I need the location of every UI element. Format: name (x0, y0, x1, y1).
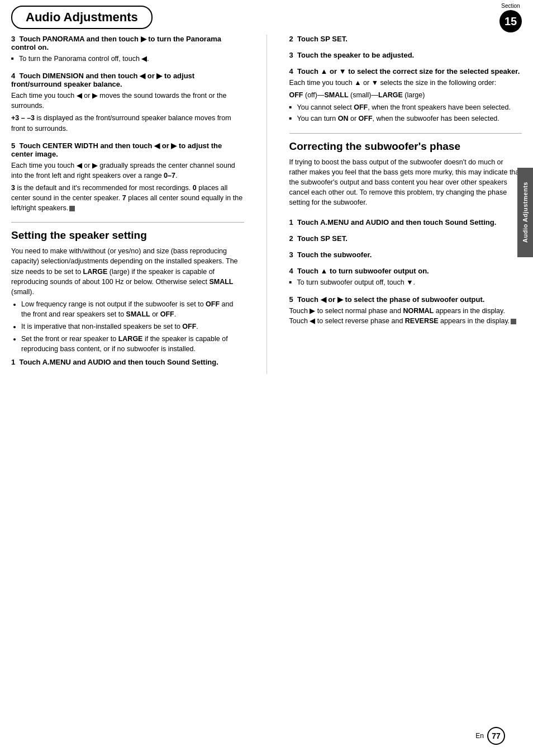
step-3-title: Touch PANORAMA and then touch ▶ to turn … (11, 35, 221, 51)
right-step-4-body-1: Each time you touch ▲ or ▼ selects the s… (289, 78, 522, 88)
step-4-title: Touch DIMENSION and then touch ◀ or ▶ to… (11, 72, 194, 88)
sub-step-5-heading: 5 Touch ◀ or ▶ to select the phase of su… (289, 295, 522, 304)
sub-step-5: 5 Touch ◀ or ▶ to select the phase of su… (289, 295, 522, 326)
right-step-3: 3 Touch the speaker to be adjusted. (289, 51, 522, 59)
step-3: 3 Touch PANORAMA and then touch ▶ to tur… (11, 35, 244, 64)
sub-step-5-body: Touch ▶ to select normal phase and NORMA… (289, 306, 522, 326)
sub-step-3-title: Touch the subwoofer. (297, 251, 372, 259)
speaker-step-1-title: Touch A.MENU and AUDIO and then touch So… (19, 358, 218, 366)
right-step-3-title: Touch the speaker to be adjusted. (297, 51, 414, 59)
subwoofer-section-title: Correcting the subwoofer's phase (289, 140, 522, 153)
sub-step-3-heading: 3 Touch the subwoofer. (289, 251, 522, 259)
sub-step-4-title: Touch ▲ to turn subwoofer output on. (297, 267, 429, 275)
main-content: 3 Touch PANORAMA and then touch ▶ to tur… (0, 35, 533, 374)
section-divider-1 (11, 222, 244, 223)
step-4-heading: 4 Touch DIMENSION and then touch ◀ or ▶ … (11, 72, 244, 88)
speaker-step-1: 1 Touch A.MENU and AUDIO and then touch … (11, 358, 244, 366)
speaker-bullet-1: Low frequency range is not output if the… (21, 299, 244, 319)
right-step-4-bullets: You cannot select OFF, when the front sp… (289, 102, 522, 124)
sub-step-2-title: Touch SP SET. (297, 234, 348, 243)
step-3-bullets: To turn the Panorama control off, touch … (11, 54, 244, 64)
left-column: 3 Touch PANORAMA and then touch ▶ to tur… (11, 35, 250, 374)
section-badge: Section 15 (499, 3, 522, 32)
step-3-number: 3 (11, 35, 15, 43)
step-3-heading: 3 Touch PANORAMA and then touch ▶ to tur… (11, 35, 244, 51)
sub-step-4-bullets: To turn subwoofer output off, touch ▼. (289, 277, 522, 287)
step-3-bullet-1: To turn the Panorama control off, touch … (11, 54, 244, 64)
step-5: 5 Touch CENTER WIDTH and then touch ◀ or… (11, 141, 244, 214)
speaker-intro: You need to make with/without (or yes/no… (11, 246, 244, 297)
right-step-4-bullet-2: You can turn ON or OFF, when the subwoof… (289, 114, 522, 124)
end-mark-1 (69, 206, 75, 211)
sub-step-1-title: Touch A.MENU and AUDIO and then touch So… (297, 218, 496, 226)
step-4-number: 4 (11, 72, 15, 80)
speaker-section-title: Setting the speaker setting (11, 229, 244, 242)
page-header: Audio Adjustments Section 15 (0, 0, 533, 29)
step-4-body-1: Each time you touch ◀ or ▶ moves the sou… (11, 91, 244, 111)
page-title: Audio Adjustments (11, 6, 153, 29)
footer-en-label: En (475, 732, 484, 740)
end-mark-2 (511, 319, 516, 324)
speaker-bullet-2: It is imperative that non-installed spea… (21, 322, 244, 332)
step-5-body-1: Each time you touch ◀ or ▶ gradually spr… (11, 160, 244, 181)
right-column: 2 Touch SP SET. 3 Touch the speaker to b… (284, 35, 522, 374)
right-step-2: 2 Touch SP SET. (289, 35, 522, 43)
step-5-body-2: 3 is the default and it's recommended fo… (11, 183, 244, 213)
step-5-heading: 5 Touch CENTER WIDTH and then touch ◀ or… (11, 141, 244, 158)
section-divider-2 (289, 133, 522, 134)
right-step-4-heading: 4 Touch ▲ or ▼ to select the correct siz… (289, 67, 522, 75)
right-step-4-title: Touch ▲ or ▼ to select the correct size … (297, 67, 520, 75)
right-step-2-heading: 2 Touch SP SET. (289, 35, 522, 43)
right-step-4: 4 Touch ▲ or ▼ to select the correct siz… (289, 67, 522, 124)
sub-step-2: 2 Touch SP SET. (289, 234, 522, 243)
step-5-number: 5 (11, 141, 15, 150)
sub-step-1: 1 Touch A.MENU and AUDIO and then touch … (289, 218, 522, 226)
speaker-step-1-heading: 1 Touch A.MENU and AUDIO and then touch … (11, 358, 244, 366)
sub-step-4-heading: 4 Touch ▲ to turn subwoofer output on. (289, 267, 522, 275)
sub-step-4-bullet-1: To turn subwoofer output off, touch ▼. (289, 277, 522, 287)
right-step-4-body-2: OFF (off)—SMALL (small)—LARGE (large) (289, 90, 522, 100)
speaker-bullets: Low frequency range is not output if the… (11, 299, 244, 355)
section-number: 15 (499, 10, 522, 32)
sidebar-label: Audio Adjustments (517, 168, 533, 257)
footer-page-number: 77 (487, 727, 505, 745)
right-step-3-heading: 3 Touch the speaker to be adjusted. (289, 51, 522, 59)
right-step-4-bullet-1: You cannot select OFF, when the front sp… (289, 102, 522, 112)
right-step-2-title: Touch SP SET. (297, 35, 348, 43)
subwoofer-intro: If trying to boost the bass output of th… (289, 157, 522, 208)
step-5-title: Touch CENTER WIDTH and then touch ◀ or ▶… (11, 141, 222, 158)
step-4: 4 Touch DIMENSION and then touch ◀ or ▶ … (11, 72, 244, 134)
sub-step-3: 3 Touch the subwoofer. (289, 251, 522, 259)
sub-step-4: 4 Touch ▲ to turn subwoofer output on. T… (289, 267, 522, 287)
page-footer: En 77 (475, 727, 505, 745)
section-label: Section (499, 3, 522, 9)
sub-step-1-heading: 1 Touch A.MENU and AUDIO and then touch … (289, 218, 522, 226)
speaker-bullet-3: Set the front or rear speaker to LARGE i… (21, 334, 244, 354)
sub-step-5-title: Touch ◀ or ▶ to select the phase of subw… (297, 295, 484, 304)
step-4-body-2: +3 – –3 is displayed as the front/surrou… (11, 113, 244, 133)
sub-step-2-heading: 2 Touch SP SET. (289, 234, 522, 243)
column-divider (266, 35, 267, 374)
